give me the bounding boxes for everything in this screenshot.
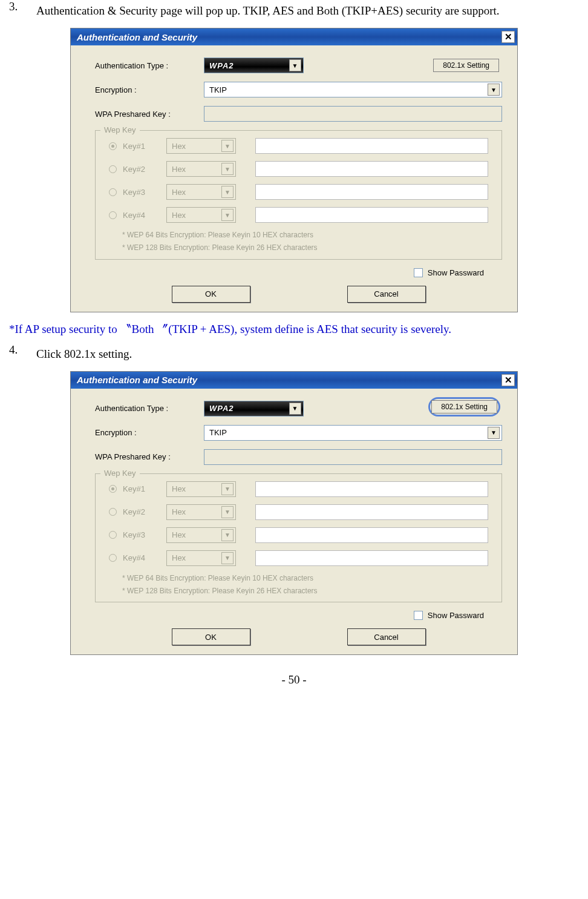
wep-note-2: * WEP 128 Bits Encryption: Please Keyin … <box>122 586 488 596</box>
chevron-down-icon: ▼ <box>488 427 500 439</box>
8021x-setting-button[interactable]: 802.1x Setting <box>433 59 499 72</box>
key3-format-dropdown: Hex▼ <box>166 184 236 200</box>
key4-format-dropdown: Hex▼ <box>166 207 236 223</box>
wep-note-2: * WEP 128 Bits Encryption: Please Keyin … <box>122 243 488 253</box>
psk-input <box>204 449 502 465</box>
wep-row-4: Key#4 Hex▼ <box>109 550 488 566</box>
wep-row-4: Key#4 Hex▼ <box>109 207 488 223</box>
auth-security-dialog-2: Authentication and Security ✕ Authentica… <box>70 371 518 656</box>
wep-row-1: Key#1 Hex▼ <box>109 481 488 497</box>
key3-label: Key#3 <box>123 530 166 539</box>
auth-type-dropdown[interactable]: WPA2 ▼ <box>204 58 304 73</box>
auth-type-dropdown[interactable]: WPA2 ▼ <box>204 401 304 417</box>
encryption-value: TKIP <box>209 428 227 437</box>
chevron-down-icon: ▼ <box>221 186 234 198</box>
auth-type-value: WPA2 <box>209 404 234 413</box>
show-password-row: Show Passward <box>95 268 502 277</box>
key2-format-dropdown: Hex▼ <box>166 161 236 177</box>
dialog-titlebar: Authentication and Security ✕ <box>71 372 517 389</box>
key3-format-dropdown: Hex▼ <box>166 527 236 543</box>
radio-key4 <box>109 554 117 562</box>
instruction-item-4: 4. Click 802.1x setting. <box>9 343 579 365</box>
wep-row-2: Key#2 Hex▼ <box>109 161 488 177</box>
radio-key2 <box>109 508 117 516</box>
show-password-label: Show Passward <box>428 611 484 620</box>
radio-key3 <box>109 188 117 196</box>
instruction-text: Click 802.1x setting. <box>36 343 579 365</box>
radio-key1 <box>109 485 117 493</box>
chevron-down-icon: ▼ <box>289 403 301 415</box>
dialog-titlebar: Authentication and Security ✕ <box>71 28 517 45</box>
auth-security-dialog-1: Authentication and Security ✕ Authentica… <box>70 28 518 312</box>
key1-format-dropdown: Hex▼ <box>166 481 236 497</box>
radio-key1 <box>109 142 117 150</box>
psk-input <box>204 106 502 122</box>
key3-label: Key#3 <box>123 188 166 197</box>
wep-legend: Wep Key <box>100 469 140 478</box>
wep-row-3: Key#3 Hex▼ <box>109 184 488 200</box>
encryption-dropdown[interactable]: TKIP ▼ <box>204 82 502 97</box>
key4-label: Key#4 <box>123 553 166 562</box>
key1-input <box>255 138 488 154</box>
key4-label: Key#4 <box>123 211 166 220</box>
key2-format-dropdown: Hex▼ <box>166 504 236 520</box>
psk-label: WPA Preshared Key : <box>95 110 204 119</box>
chevron-down-icon: ▼ <box>221 529 234 541</box>
chevron-down-icon: ▼ <box>221 209 234 221</box>
key2-label: Key#2 <box>123 507 166 516</box>
key1-format-dropdown: Hex▼ <box>166 138 236 154</box>
auth-type-value: WPA2 <box>209 61 234 70</box>
key2-label: Key#2 <box>123 165 166 174</box>
encryption-label: Encryption : <box>95 85 204 94</box>
chevron-down-icon: ▼ <box>289 59 301 71</box>
key1-input <box>255 481 488 497</box>
chevron-down-icon: ▼ <box>221 140 234 152</box>
psk-label: WPA Preshared Key : <box>95 452 204 461</box>
highlight-annotation: 802.1x Setting <box>428 397 500 417</box>
radio-key3 <box>109 531 117 539</box>
key1-label: Key#1 <box>123 142 166 151</box>
ok-button[interactable]: OK <box>172 628 250 645</box>
close-icon[interactable]: ✕ <box>501 374 515 386</box>
chevron-down-icon: ▼ <box>221 552 234 564</box>
key3-input <box>255 184 488 200</box>
chevron-down-icon: ▼ <box>221 506 234 518</box>
dialog-title: Authentication and Security <box>77 375 197 385</box>
dialog-title: Authentication and Security <box>77 32 197 42</box>
key3-input <box>255 527 488 543</box>
show-password-row: Show Passward <box>95 611 502 620</box>
key4-format-dropdown: Hex▼ <box>166 550 236 566</box>
encryption-value: TKIP <box>209 85 227 94</box>
encryption-label: Encryption : <box>95 428 204 437</box>
chevron-down-icon: ▼ <box>488 84 500 96</box>
instruction-text: Authentication & Security page will pop … <box>36 0 579 22</box>
setup-note: *If AP setup security to 〝Both 〞(TKIP + … <box>9 321 579 337</box>
cancel-button[interactable]: Cancel <box>347 286 426 303</box>
auth-type-label: Authentication Type : <box>95 404 204 413</box>
wep-legend: Wep Key <box>100 125 140 134</box>
instruction-item-3: 3. Authentication & Security page will p… <box>9 0 579 22</box>
show-password-checkbox[interactable] <box>414 268 423 277</box>
8021x-setting-button[interactable]: 802.1x Setting <box>431 400 497 413</box>
wep-row-3: Key#3 Hex▼ <box>109 527 488 543</box>
ok-button[interactable]: OK <box>172 286 250 303</box>
show-password-checkbox[interactable] <box>414 611 423 620</box>
chevron-down-icon: ▼ <box>221 483 234 495</box>
instruction-number: 3. <box>9 0 36 22</box>
show-password-label: Show Passward <box>428 268 484 277</box>
key4-input <box>255 550 488 566</box>
wep-note-1: * WEP 64 Bits Encryption: Please Keyin 1… <box>122 230 488 240</box>
key1-label: Key#1 <box>123 484 166 493</box>
close-icon[interactable]: ✕ <box>501 31 515 43</box>
radio-key2 <box>109 165 117 173</box>
wep-key-fieldset: Wep Key Key#1 Hex▼ Key#2 Hex▼ Key#3 Hex▼ <box>95 473 502 603</box>
wep-key-fieldset: Wep Key Key#1 Hex▼ Key#2 Hex▼ Key#3 Hex▼ <box>95 130 502 260</box>
cancel-button[interactable]: Cancel <box>347 628 426 645</box>
key2-input <box>255 504 488 520</box>
wep-row-1: Key#1 Hex▼ <box>109 138 488 154</box>
radio-key4 <box>109 211 117 219</box>
encryption-dropdown[interactable]: TKIP ▼ <box>204 425 502 441</box>
instruction-number: 4. <box>9 343 36 365</box>
wep-row-2: Key#2 Hex▼ <box>109 504 488 520</box>
key2-input <box>255 161 488 177</box>
